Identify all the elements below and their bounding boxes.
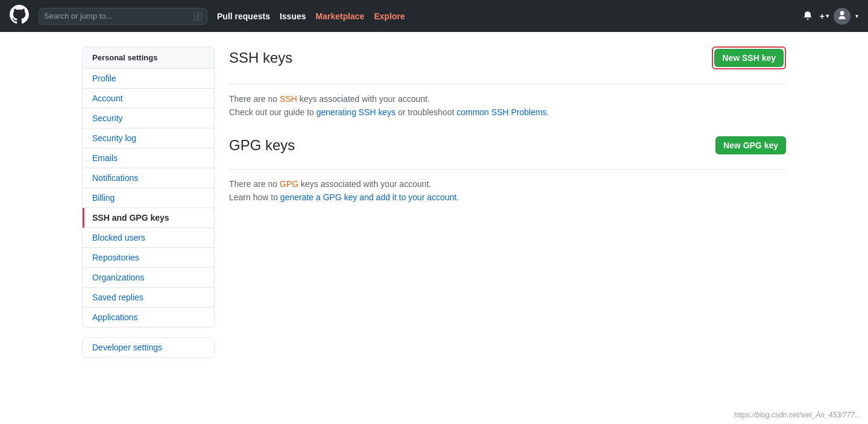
ssh-section-title: SSH keys — [229, 49, 292, 66]
marketplace-link[interactable]: Marketplace — [316, 11, 365, 21]
sidebar-item-billing[interactable]: Billing — [83, 188, 214, 208]
sidebar-item-security[interactable]: Security — [83, 109, 214, 128]
explore-link[interactable]: Explore — [374, 11, 404, 21]
new-dropdown[interactable]: + ▾ — [820, 11, 829, 21]
gpg-no-keys-text-suffix: keys associated with your account. — [298, 179, 431, 189]
user-avatar-menu[interactable] — [834, 8, 851, 25]
new-ssh-btn-wrapper: New SSH key — [712, 46, 786, 69]
avatar-chevron-icon: ▾ — [855, 13, 858, 19]
avatar-label — [837, 10, 848, 22]
ssh-no-keys-text-suffix: keys associated with your account. — [297, 94, 430, 104]
sidebar-item-profile[interactable]: Profile — [83, 69, 214, 89]
github-logo-icon[interactable] — [10, 5, 29, 28]
ssh-highlight-orange: SSH — [280, 94, 297, 104]
search-placeholder: Search or jump to... — [44, 11, 112, 21]
sidebar-item-saved-replies[interactable]: Saved replies — [83, 288, 214, 308]
navbar-links: Pull requests Issues Marketplace Explore — [217, 11, 405, 21]
personal-settings-nav: Personal settings Profile Account Securi… — [82, 46, 215, 327]
ssh-guide-text: Check out our guide to generating SSH ke… — [229, 107, 786, 117]
navbar-right: + ▾ ▾ — [800, 8, 858, 25]
ssh-guide-prefix: Check out our guide to — [229, 107, 316, 117]
navbar: Search or jump to... / Pull requests Iss… — [0, 0, 868, 32]
gpg-learn-suffix: . — [456, 192, 459, 202]
gpg-learn-prefix: Learn how to — [229, 192, 280, 202]
ssh-empty-message: There are no SSH keys associated with yo… — [229, 94, 786, 104]
chevron-down-icon: ▾ — [826, 13, 829, 19]
ssh-guide-or: or troubleshoot — [395, 107, 456, 117]
gpg-learn-text: Learn how to generate a GPG key and add … — [229, 192, 786, 202]
developer-settings-nav: Developer settings — [82, 337, 215, 358]
sidebar-item-account[interactable]: Account — [83, 89, 214, 109]
generate-gpg-key-link[interactable]: generate a GPG key and add it to your ac… — [280, 192, 457, 202]
issues-link[interactable]: Issues — [280, 11, 306, 21]
sidebar-item-emails[interactable]: Emails — [83, 148, 214, 168]
sidebar-item-blocked-users[interactable]: Blocked users — [83, 228, 214, 248]
search-bar[interactable]: Search or jump to... / — [39, 8, 207, 25]
common-ssh-problems-link[interactable]: common SSH Problems — [456, 107, 546, 117]
gpg-section-divider — [229, 169, 786, 169]
sidebar-item-repositories[interactable]: Repositories — [83, 248, 214, 268]
sidebar-item-developer-settings[interactable]: Developer settings — [83, 338, 214, 357]
content-area: SSH keys New SSH key There are no SSH ke… — [229, 46, 786, 358]
ssh-section-divider — [229, 84, 786, 84]
gpg-no-keys-text-prefix: There are no — [229, 179, 280, 189]
new-gpg-key-button[interactable]: New GPG key — [715, 136, 786, 154]
ssh-keys-section: SSH keys New SSH key There are no SSH ke… — [229, 46, 786, 117]
sidebar-item-applications[interactable]: Applications — [83, 308, 214, 327]
gpg-section-title: GPG keys — [229, 137, 295, 154]
plus-label: + — [820, 11, 825, 21]
sidebar: Personal settings Profile Account Securi… — [82, 46, 215, 358]
pull-requests-link[interactable]: Pull requests — [217, 11, 270, 21]
gpg-highlight-orange: GPG — [280, 179, 298, 189]
ssh-section-header: SSH keys New SSH key — [229, 46, 786, 74]
new-ssh-key-button[interactable]: New SSH key — [714, 49, 784, 67]
sidebar-item-security-log[interactable]: Security log — [83, 128, 214, 148]
generating-ssh-keys-link[interactable]: generating SSH keys — [316, 107, 396, 117]
gpg-empty-message: There are no GPG keys associated with yo… — [229, 179, 786, 189]
ssh-guide-dot: . — [547, 107, 549, 117]
ssh-no-keys-text-prefix: There are no — [229, 94, 280, 104]
sidebar-item-ssh-gpg-keys[interactable]: SSH and GPG keys — [83, 208, 214, 228]
main-container: Personal settings Profile Account Securi… — [72, 32, 796, 372]
slash-badge: / — [194, 12, 202, 21]
sidebar-item-organizations[interactable]: Organizations — [83, 268, 214, 288]
gpg-section-header: GPG keys New GPG key — [229, 136, 786, 159]
notifications-bell-icon[interactable] — [800, 8, 815, 25]
sidebar-section-header: Personal settings — [83, 47, 214, 69]
gpg-keys-section: GPG keys New GPG key There are no GPG ke… — [229, 136, 786, 202]
sidebar-item-notifications[interactable]: Notifications — [83, 168, 214, 188]
